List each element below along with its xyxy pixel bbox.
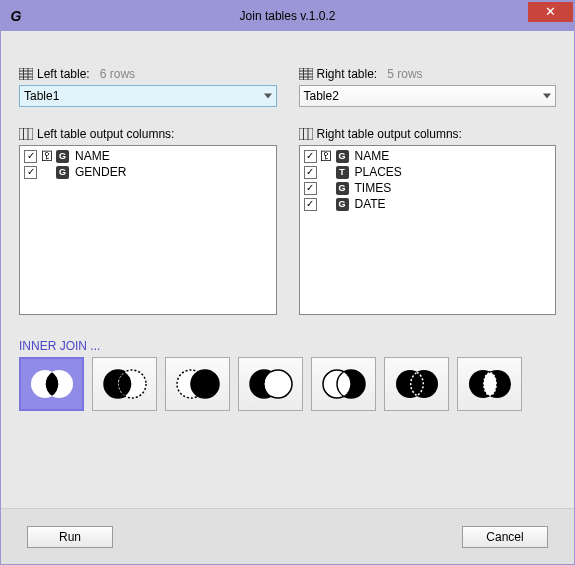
column-checkbox[interactable]: ✓ bbox=[304, 198, 317, 211]
column-row[interactable]: ✓GGENDER bbox=[24, 164, 272, 180]
run-button[interactable]: Run bbox=[27, 526, 113, 548]
chevron-down-icon bbox=[264, 94, 272, 99]
columns-row: Left table output columns: ✓⚿GNAME✓GGEND… bbox=[19, 107, 556, 315]
close-button[interactable]: ✕ bbox=[528, 2, 573, 22]
right-table-label: Right table: bbox=[317, 67, 378, 81]
app-icon: G bbox=[1, 8, 31, 24]
chevron-down-icon bbox=[543, 94, 551, 99]
column-name: PLACES bbox=[355, 165, 402, 179]
table-select-row: Left table: 6 rows Table1 Right table: 5… bbox=[19, 47, 556, 107]
table-icon bbox=[299, 68, 313, 80]
join-option-right-join[interactable] bbox=[165, 357, 230, 411]
join-type-label: INNER JOIN ... bbox=[19, 339, 556, 353]
left-columns-section: Left table output columns: ✓⚿GNAME✓GGEND… bbox=[19, 107, 277, 315]
join-option-left-join[interactable] bbox=[92, 357, 157, 411]
join-option-right-only[interactable] bbox=[311, 357, 376, 411]
window: G Join tables v.1.0.2 ✕ Left table: 6 ro… bbox=[0, 0, 575, 565]
column-checkbox[interactable]: ✓ bbox=[304, 166, 317, 179]
column-row[interactable]: ✓⚿GNAME bbox=[304, 148, 552, 164]
left-row-count: 6 rows bbox=[100, 67, 135, 81]
svg-rect-15 bbox=[299, 128, 313, 140]
content-area: Left table: 6 rows Table1 Right table: 5… bbox=[1, 31, 574, 508]
column-checkbox[interactable]: ✓ bbox=[24, 166, 37, 179]
join-type-row bbox=[19, 357, 556, 411]
svg-point-32 bbox=[483, 372, 497, 396]
join-option-outer-excl[interactable] bbox=[457, 357, 522, 411]
footer: Run Cancel bbox=[1, 508, 574, 564]
right-table-selected: Table2 bbox=[304, 89, 339, 103]
table-icon bbox=[19, 68, 33, 80]
column-checkbox[interactable]: ✓ bbox=[304, 182, 317, 195]
type-badge: G bbox=[336, 150, 349, 163]
cancel-button[interactable]: Cancel bbox=[462, 526, 548, 548]
type-badge: G bbox=[336, 198, 349, 211]
column-row[interactable]: ✓GTIMES bbox=[304, 180, 552, 196]
type-badge: T bbox=[336, 166, 349, 179]
key-icon: ⚿ bbox=[320, 149, 333, 163]
join-option-left-only[interactable] bbox=[238, 357, 303, 411]
left-table-section: Left table: 6 rows Table1 bbox=[19, 47, 277, 107]
type-badge: G bbox=[336, 182, 349, 195]
type-badge: G bbox=[56, 150, 69, 163]
column-row[interactable]: ✓TPLACES bbox=[304, 164, 552, 180]
columns-icon bbox=[299, 128, 313, 140]
left-columns-label-row: Left table output columns: bbox=[19, 127, 277, 141]
key-icon: ⚿ bbox=[40, 149, 53, 163]
column-row[interactable]: ✓⚿GNAME bbox=[24, 148, 272, 164]
column-checkbox[interactable]: ✓ bbox=[24, 150, 37, 163]
column-name: DATE bbox=[355, 197, 386, 211]
right-columns-label-row: Right table output columns: bbox=[299, 127, 557, 141]
left-columns-label: Left table output columns: bbox=[37, 127, 174, 141]
column-row[interactable]: ✓GDATE bbox=[304, 196, 552, 212]
column-name: GENDER bbox=[75, 165, 126, 179]
svg-rect-12 bbox=[19, 128, 33, 140]
left-table-label-row: Left table: 6 rows bbox=[19, 67, 277, 81]
left-table-selected: Table1 bbox=[24, 89, 59, 103]
right-columns-label: Right table output columns: bbox=[317, 127, 462, 141]
left-table-label: Left table: bbox=[37, 67, 90, 81]
column-name: NAME bbox=[75, 149, 110, 163]
right-table-select[interactable]: Table2 bbox=[299, 85, 557, 107]
window-title: Join tables v.1.0.2 bbox=[1, 9, 574, 23]
titlebar: G Join tables v.1.0.2 ✕ bbox=[1, 1, 574, 31]
right-table-section: Right table: 5 rows Table2 bbox=[299, 47, 557, 107]
type-badge: G bbox=[56, 166, 69, 179]
join-option-outer-join[interactable] bbox=[384, 357, 449, 411]
join-option-inner-join[interactable] bbox=[19, 357, 84, 411]
right-table-label-row: Right table: 5 rows bbox=[299, 67, 557, 81]
right-columns-section: Right table output columns: ✓⚿GNAME✓TPLA… bbox=[299, 107, 557, 315]
left-table-select[interactable]: Table1 bbox=[19, 85, 277, 107]
column-name: NAME bbox=[355, 149, 390, 163]
columns-icon bbox=[19, 128, 33, 140]
column-name: TIMES bbox=[355, 181, 392, 195]
column-checkbox[interactable]: ✓ bbox=[304, 150, 317, 163]
right-columns-list[interactable]: ✓⚿GNAME✓TPLACES✓GTIMES✓GDATE bbox=[299, 145, 557, 315]
left-columns-list[interactable]: ✓⚿GNAME✓GGENDER bbox=[19, 145, 277, 315]
right-row-count: 5 rows bbox=[387, 67, 422, 81]
